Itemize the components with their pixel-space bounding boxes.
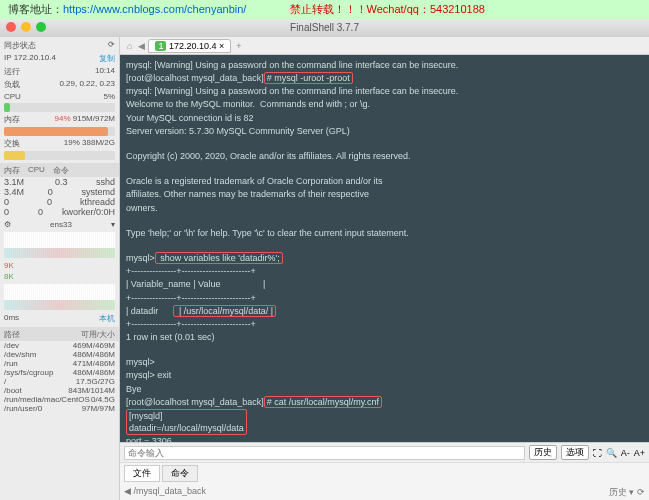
cmd-cat-cnf: # cat /usr/local/mysql/my.cnf [264, 396, 382, 408]
close-icon[interactable] [6, 22, 16, 32]
process-row: 00kworker/0:0H [0, 207, 119, 217]
terminal-output[interactable]: mysql: [Warning] Using a password on the… [120, 55, 649, 442]
fs-row: /run/user/097M/97M [0, 404, 119, 413]
ip-value: 172.20.10.4 [14, 53, 56, 62]
lat-chart [4, 284, 115, 310]
fs-row: /boot843M/1014M [0, 386, 119, 395]
session-tab[interactable]: 1 172.20.10.4 × [148, 39, 231, 53]
net-chart [4, 232, 115, 258]
home-icon[interactable]: ⌂ [124, 41, 135, 51]
banner-label: 博客地址： [8, 3, 63, 15]
fs-row: /17.5G/27G [0, 377, 119, 386]
contact-label: Wechat/qq： [367, 3, 430, 15]
tab-commands[interactable]: 命令 [162, 465, 198, 482]
filesystem-list: /dev469M/469M/dev/shm486M/486M/run471M/4… [0, 341, 119, 413]
stats-sidebar: 同步状态⟳ IP 172.20.10.4复制 运行10:14 负载0.29, 0… [0, 37, 120, 500]
net-interface: ens33 [50, 220, 72, 229]
refresh-host[interactable]: 本机 [99, 313, 115, 324]
back-icon[interactable]: ◀ [135, 41, 148, 51]
fs-row: /run/media/mac/CentOS0/4.5G [0, 395, 119, 404]
process-list: 3.1M0.3sshd3.4M0systemd00kthreadd00kwork… [0, 177, 119, 217]
settings-icon[interactable]: ⚙ [4, 220, 11, 229]
path-history-button[interactable]: 历史 [609, 487, 627, 497]
add-tab-icon[interactable]: + [233, 41, 244, 51]
top-banner: 博客地址：https://www.cnblogs.com/chenyanbin/… [0, 0, 649, 19]
cpu-bar [4, 103, 10, 112]
tab-close-icon[interactable]: × [219, 41, 224, 51]
fs-row: /dev469M/469M [0, 341, 119, 350]
refresh-path-icon[interactable]: ⟳ [637, 487, 645, 497]
options-button[interactable]: 选项 [561, 445, 589, 460]
copy-button[interactable]: 复制 [99, 53, 115, 64]
session-tabbar: ⌂ ◀ 1 172.20.10.4 × + [120, 37, 649, 55]
command-input[interactable] [124, 446, 525, 460]
process-row: 3.4M0systemd [0, 187, 119, 197]
search-icon[interactable]: 🔍 [606, 448, 617, 458]
sync-status-label: 同步状态 [4, 40, 36, 51]
datadir-value: | /usr/local/mysql/data/ | [173, 305, 276, 317]
process-row: 3.1M0.3sshd [0, 177, 119, 187]
blog-url[interactable]: https://www.cnblogs.com/chenyanbin/ [63, 3, 246, 15]
window-titlebar: FinalShell 3.7.7 [0, 19, 649, 37]
back-nav-icon[interactable]: ◀ [124, 486, 131, 496]
cmd-mysql-login: # mysql -uroot -proot [264, 72, 353, 84]
refresh-icon[interactable]: ⟳ [108, 40, 115, 51]
swap-bar [4, 151, 25, 160]
process-row: 00kthreadd [0, 197, 119, 207]
minimize-icon[interactable] [21, 22, 31, 32]
banner-warn: 禁止转载！！！ [290, 3, 367, 15]
font-minus-icon[interactable]: A- [621, 448, 630, 458]
cmd-show-vars: show variables like 'datadir%'; [155, 252, 283, 264]
cnf-mysqld: [mysqld] datadir=/usr/local/mysql/data [126, 409, 247, 435]
expand-icon[interactable]: ⛶ [593, 448, 602, 458]
font-plus-icon[interactable]: A+ [634, 448, 645, 458]
history-button[interactable]: 历史 [529, 445, 557, 460]
fs-row: /sys/fs/cgroup486M/486M [0, 368, 119, 377]
maximize-icon[interactable] [36, 22, 46, 32]
current-path: /mysql_data_back [134, 486, 207, 496]
mem-bar [4, 127, 108, 136]
fs-row: /run471M/486M [0, 359, 119, 368]
tab-files[interactable]: 文件 [124, 465, 160, 482]
window-title: FinalShell 3.7.7 [290, 22, 359, 33]
fs-row: /dev/shm486M/486M [0, 350, 119, 359]
contact-value: 543210188 [430, 3, 485, 15]
